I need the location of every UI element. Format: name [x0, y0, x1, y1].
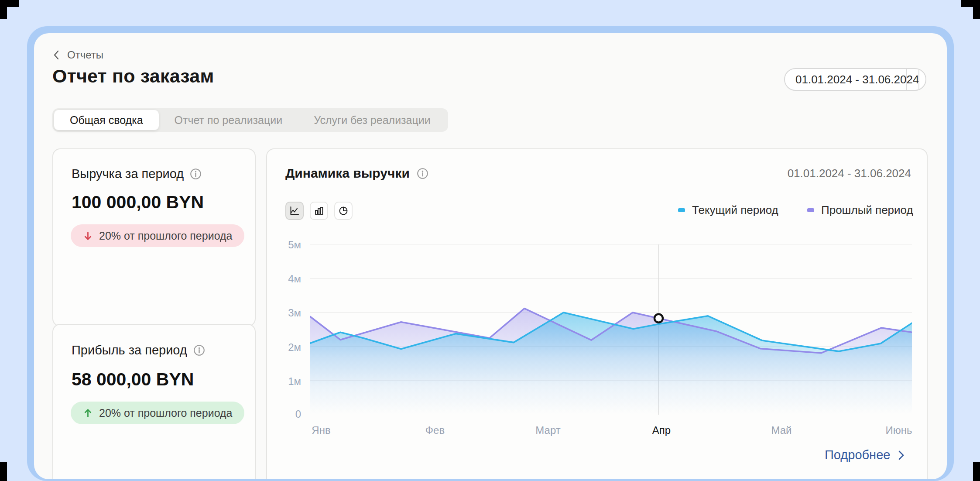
x-label: Фев	[407, 424, 463, 436]
legend-label-current: Текущий период	[692, 203, 778, 217]
chevron-right-icon	[898, 450, 905, 461]
y-tick: 2м	[275, 341, 301, 354]
revenue-card: Выручка за период 100 000,00 BYN 20% от …	[52, 148, 256, 326]
profit-trend-text: 20% от прошлого периода	[99, 407, 232, 419]
profit-trend-badge: 20% от прошлого периода	[71, 402, 244, 424]
tab-bar: Общая сводка Отчет по реализации Услуги …	[52, 108, 448, 132]
pie-chart-button[interactable]	[334, 202, 353, 220]
revenue-dynamics-plot[interactable]	[310, 244, 912, 415]
details-link-label: Подробнее	[825, 448, 890, 462]
divider	[918, 69, 919, 90]
legend-swatch-previous	[807, 208, 814, 212]
arrow-up-icon	[83, 408, 93, 418]
revenue-card-title: Выручка за период	[72, 167, 184, 181]
profit-card: Прибыль за период 58 000,00 BYN 20% от п…	[52, 324, 256, 479]
revenue-trend-badge: 20% от прошлого периода	[71, 224, 244, 247]
date-picker-toggle[interactable]	[907, 69, 918, 90]
y-tick: 3м	[275, 307, 301, 319]
tab-services-without-sales[interactable]: Услуги без реализации	[298, 110, 446, 130]
chevron-left-icon	[53, 50, 59, 60]
legend-current-period[interactable]: Текущий период	[678, 203, 778, 216]
breadcrumb[interactable]: Отчеты	[53, 48, 103, 62]
chart-date-range: 01.01.2024 - 31.06.2024	[682, 167, 911, 180]
bar-chart-icon	[314, 206, 324, 216]
date-range-value[interactable]: 01.01.2024 - 31.06.2024	[795, 69, 919, 90]
legend-swatch-current	[678, 208, 685, 212]
x-label: Май	[753, 424, 810, 436]
revenue-dynamics-card: Динамика выручки 01.01.2024 - 31.06.2024	[266, 148, 928, 479]
profit-value: 58 000,00 BYN	[72, 369, 194, 390]
info-icon[interactable]	[417, 168, 428, 179]
y-tick: 4м	[275, 273, 301, 285]
revenue-trend-text: 20% от прошлого периода	[99, 230, 232, 242]
legend-previous-period[interactable]: Прошлый период	[807, 203, 913, 216]
arrow-down-icon	[83, 231, 93, 241]
y-tick: 0	[275, 408, 301, 420]
details-link[interactable]: Подробнее	[825, 448, 905, 462]
crop-mark	[0, 0, 7, 19]
tab-sales-report[interactable]: Отчет по реализации	[159, 110, 298, 130]
chart-type-toolbar	[285, 202, 353, 220]
line-chart-button[interactable]	[285, 202, 304, 220]
crop-mark	[0, 462, 7, 481]
crop-mark	[973, 0, 980, 19]
x-label: Март	[520, 424, 576, 436]
pie-chart-icon	[338, 206, 349, 216]
x-label: Июнь	[870, 424, 927, 436]
chart-title: Динамика выручки	[285, 166, 410, 181]
tab-general-summary[interactable]: Общая сводка	[54, 110, 159, 130]
info-icon[interactable]	[190, 168, 202, 180]
y-tick: 1м	[275, 375, 301, 388]
line-chart-icon	[289, 206, 300, 216]
info-icon[interactable]	[193, 344, 205, 356]
profit-card-title: Прибыль за период	[72, 343, 187, 357]
y-tick: 5м	[275, 239, 301, 251]
x-label: Янв	[293, 424, 350, 436]
revenue-value: 100 000,00 BYN	[72, 192, 204, 213]
bar-chart-button[interactable]	[310, 202, 328, 220]
x-label: Апр	[633, 424, 690, 436]
breadcrumb-label[interactable]: Отчеты	[67, 49, 103, 61]
date-range-picker[interactable]: 01.01.2024 - 31.06.2024	[784, 68, 926, 91]
main-card: Отчеты Отчет по заказам 01.01.2024 - 31.…	[34, 33, 947, 479]
crop-mark	[973, 462, 980, 481]
legend-label-previous: Прошлый период	[821, 203, 913, 217]
page-title: Отчет по заказам	[52, 65, 214, 87]
